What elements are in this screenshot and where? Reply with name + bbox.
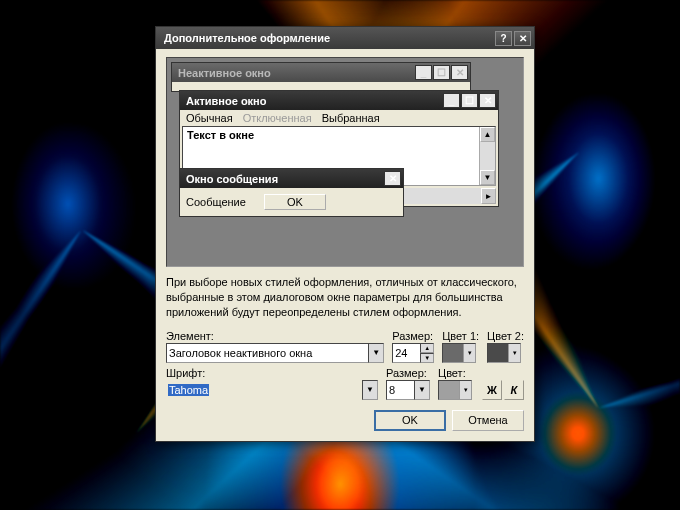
textarea-content: Текст в окне [187,129,254,141]
scroll-up-icon: ▲ [480,127,495,142]
close-icon: ✕ [451,65,468,80]
preview-inactive-window: Неактивное окно _ ☐ ✕ [171,62,471,92]
element-combo[interactable]: ▼ [166,343,384,363]
dialog-client: Неактивное окно _ ☐ ✕ Активное окно _ ☐ … [156,49,534,441]
minimize-icon: _ [443,93,460,108]
chevron-down-icon[interactable]: ▾ [508,344,520,362]
color1-picker[interactable]: ▾ [442,343,476,363]
cancel-button[interactable]: Отмена [452,410,524,431]
font-input[interactable]: Tahoma [166,380,362,400]
chevron-down-icon[interactable]: ▾ [463,344,475,362]
color2-swatch [488,344,508,362]
menu-normal: Обычная [186,112,233,124]
color1-swatch [443,344,463,362]
close-icon: ✕ [384,171,401,186]
close-button[interactable]: ✕ [514,31,531,46]
color2-picker[interactable]: ▾ [487,343,521,363]
font-combo[interactable]: Tahoma ▼ [166,380,378,400]
chevron-down-icon[interactable]: ▼ [362,380,378,400]
vertical-scrollbar: ▲ ▼ [479,127,495,185]
close-icon: ✕ [479,93,496,108]
font-color-label: Цвет: [438,367,472,379]
maximize-icon: ☐ [461,93,478,108]
font-size-input[interactable] [386,380,414,400]
dialog-titlebar[interactable]: Дополнительное оформление ? ✕ [156,27,534,49]
chevron-down-icon[interactable]: ▾ [459,381,471,399]
preview-message-box: Окно сообщения ✕ Сообщение OK [179,168,404,217]
size-label: Размер: [392,330,434,342]
preview-menubar: Обычная Отключенная Выбранная [180,110,498,126]
spin-up-icon[interactable]: ▲ [420,343,434,353]
element-input[interactable] [166,343,368,363]
help-button[interactable]: ? [495,31,512,46]
msgbox-ok-button: OK [264,194,326,210]
dialog-title: Дополнительное оформление [164,32,493,44]
menu-disabled: Отключенная [243,112,312,124]
element-size-input[interactable] [392,343,420,363]
font-color-swatch [439,381,459,399]
element-size-spinner[interactable]: ▲ ▼ [392,343,434,363]
active-window-title: Активное окно [186,95,442,107]
scroll-right-icon: ► [481,188,496,204]
msgbox-text: Сообщение [186,196,246,208]
font-color-picker[interactable]: ▾ [438,380,472,400]
chevron-down-icon[interactable]: ▼ [368,343,384,363]
active-window-titlebar: Активное окно _ ☐ ✕ [180,91,498,110]
font-size-label: Размер: [386,367,430,379]
appearance-dialog: Дополнительное оформление ? ✕ Неактивное… [155,26,535,442]
italic-button[interactable]: К [504,380,524,400]
menu-selected: Выбранная [322,112,380,124]
inactive-window-titlebar: Неактивное окно _ ☐ ✕ [172,63,470,82]
description-text: При выборе новых стилей оформления, отли… [166,275,524,320]
color2-label: Цвет 2: [487,330,524,342]
scroll-down-icon: ▼ [480,170,495,185]
font-size-combo[interactable]: ▼ [386,380,430,400]
ok-button[interactable]: OK [374,410,446,431]
color1-label: Цвет 1: [442,330,479,342]
minimize-icon: _ [415,65,432,80]
spin-down-icon[interactable]: ▼ [420,353,434,363]
msgbox-titlebar: Окно сообщения ✕ [180,169,403,188]
maximize-icon: ☐ [433,65,450,80]
inactive-window-title: Неактивное окно [178,67,414,79]
chevron-down-icon[interactable]: ▼ [414,380,430,400]
font-label: Шрифт: [166,367,378,379]
bold-button[interactable]: Ж [482,380,502,400]
preview-area: Неактивное окно _ ☐ ✕ Активное окно _ ☐ … [166,57,524,267]
msgbox-title: Окно сообщения [186,173,383,185]
element-label: Элемент: [166,330,384,342]
